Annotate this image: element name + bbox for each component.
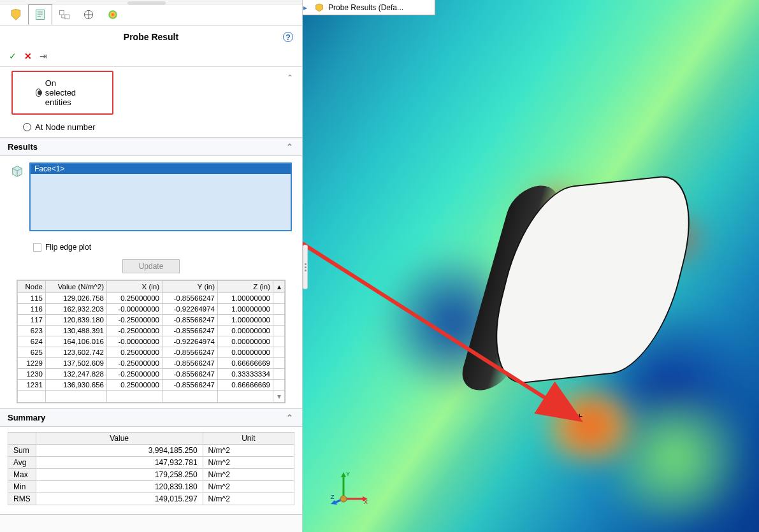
- cell-z: 0.33333334: [218, 369, 273, 380]
- section-title: Results: [8, 142, 38, 152]
- section-title: Summary: [8, 413, 45, 422]
- summary-value: 147,932.781: [36, 457, 203, 469]
- chevron-up-icon[interactable]: [286, 142, 293, 152]
- cell-node: 1230: [18, 369, 46, 380]
- summary-value: 3,994,185.250: [36, 445, 203, 457]
- cell-y: -0.92264974: [163, 304, 218, 315]
- cell-z: 0.00000000: [218, 347, 273, 358]
- highlighted-option-box: On selected entities: [11, 71, 113, 115]
- summary-label: Avg: [8, 457, 36, 469]
- svg-rect-5: [65, 15, 69, 19]
- list-item-face[interactable]: Face<1>: [31, 164, 291, 174]
- cell-y: -0.85566247: [163, 326, 218, 336]
- cell-y: -0.92264974: [163, 336, 218, 347]
- cell-x: 0.25000000: [107, 347, 163, 358]
- svg-text:Y: Y: [346, 471, 350, 477]
- cell-y: -0.85566247: [163, 380, 218, 391]
- selection-listbox[interactable]: Face<1>: [29, 162, 292, 231]
- cell-z: 0.66666669: [218, 358, 273, 369]
- summary-section-header[interactable]: Summary: [0, 408, 302, 427]
- col-z[interactable]: Z (in): [218, 281, 273, 293]
- scroll-down-icon[interactable]: ▾: [273, 391, 285, 403]
- table-row[interactable]: 115129,026.7580.25000000-0.855662471.000…: [18, 293, 285, 304]
- feature-manager-tab[interactable]: [4, 4, 28, 25]
- cell-value: 136,930.656: [46, 380, 107, 391]
- checkbox-label: Flip edge plot: [45, 243, 91, 252]
- chevron-up-icon[interactable]: [286, 413, 293, 422]
- table-row[interactable]: 116162,932.203-0.00000000-0.922649741.00…: [18, 304, 285, 315]
- cell-value: 162,932.203: [46, 304, 107, 315]
- col-value[interactable]: Value (N/m^2): [46, 281, 107, 293]
- node-table-wrap: Node Value (N/m^2) X (in) Y (in) Z (in) …: [17, 280, 286, 403]
- flip-edge-plot-checkbox[interactable]: Flip edge plot: [33, 243, 292, 252]
- col-y[interactable]: Y (in): [163, 281, 218, 293]
- node-results-table[interactable]: Node Value (N/m^2) X (in) Y (in) Z (in) …: [17, 280, 285, 403]
- cell-y: -0.85566247: [163, 293, 218, 304]
- update-button[interactable]: Update: [122, 259, 180, 273]
- scroll-up-icon[interactable]: ▴: [273, 281, 285, 293]
- viewport-tab[interactable]: Probe Results (Defa...: [308, 0, 435, 15]
- simulation-viewport[interactable]: + + X Y Z: [303, 0, 759, 532]
- results-section-header[interactable]: Results: [0, 138, 302, 156]
- panel-splitter[interactable]: [303, 245, 308, 289]
- summary-row: Max179,258.250N/m^2: [8, 469, 294, 481]
- table-row[interactable]: 1231136,930.6560.25000000-0.855662470.66…: [18, 380, 285, 391]
- results-body: Face<1> Flip edge plot Update Node Value…: [0, 156, 302, 408]
- cell-node: 624: [18, 336, 46, 347]
- options-section: On selected entities At Node number: [0, 67, 302, 138]
- cell-value: 123,602.742: [46, 347, 107, 358]
- svg-point-11: [108, 11, 117, 19]
- radio-label: At Node number: [35, 122, 96, 132]
- svg-rect-4: [60, 11, 64, 15]
- display-manager-tab[interactable]: [101, 4, 125, 25]
- cell-node: 117: [18, 315, 46, 326]
- panel-title-row: Probe Result ?: [0, 25, 302, 48]
- svg-point-23: [340, 496, 347, 502]
- cell-x: 0.25000000: [107, 293, 163, 304]
- help-icon[interactable]: ?: [283, 32, 293, 42]
- summary-unit: N/m^2: [203, 445, 294, 457]
- summary-unit: N/m^2: [203, 469, 294, 481]
- cell-y: -0.85566247: [163, 347, 218, 358]
- cell-y: -0.85566247: [163, 315, 218, 326]
- cell-value: 132,247.828: [46, 369, 107, 380]
- cell-x: -0.25000000: [107, 358, 163, 369]
- cell-node: 623: [18, 326, 46, 336]
- cell-value: 130,488.391: [46, 326, 107, 336]
- col-node[interactable]: Node: [18, 281, 46, 293]
- summary-row: Min120,839.180N/m^2: [8, 481, 294, 493]
- dimxpert-tab[interactable]: [76, 4, 101, 25]
- cell-value: 164,106.016: [46, 336, 107, 347]
- summary-row: Sum3,994,185.250N/m^2: [8, 445, 294, 457]
- configuration-manager-tab[interactable]: [52, 4, 76, 25]
- cell-y: -0.85566247: [163, 369, 218, 380]
- summary-row: Avg147,932.781N/m^2: [8, 457, 294, 469]
- tab-expand-arrow[interactable]: ▸: [303, 0, 308, 15]
- table-row[interactable]: 624164,106.016-0.00000000-0.922649740.00…: [18, 336, 285, 347]
- radio-unselected-icon: [23, 123, 31, 131]
- tab-title: Probe Results (Defa...: [328, 3, 403, 12]
- coordinate-triad-icon[interactable]: X Y Z: [331, 468, 369, 507]
- ok-button[interactable]: ✓: [9, 51, 17, 61]
- col-x[interactable]: X (in): [107, 281, 163, 293]
- table-row[interactable]: 117120,839.180-0.25000000-0.855662471.00…: [18, 315, 285, 326]
- property-manager-tab[interactable]: [28, 4, 52, 25]
- table-row[interactable]: 1230132,247.828-0.25000000-0.855662470.3…: [18, 369, 285, 380]
- cell-x: 0.25000000: [107, 380, 163, 391]
- panel-tab-bar: [0, 4, 302, 25]
- cell-x: -0.25000000: [107, 315, 163, 326]
- pin-button[interactable]: ⇥: [40, 51, 47, 61]
- cancel-button[interactable]: ✕: [24, 51, 32, 61]
- cell-x: -0.25000000: [107, 369, 163, 380]
- radio-on-selected-entities[interactable]: On selected entities: [36, 78, 89, 107]
- chevron-up-icon[interactable]: [287, 73, 293, 82]
- face-selection-icon[interactable]: [10, 164, 24, 178]
- table-row[interactable]: 623130,488.391-0.25000000-0.855662470.00…: [18, 326, 285, 336]
- table-row[interactable]: 625123,602.7420.25000000-0.855662470.000…: [18, 347, 285, 358]
- col-unit: Unit: [203, 433, 294, 445]
- radio-selected-icon: [36, 89, 41, 97]
- summary-unit: N/m^2: [203, 481, 294, 493]
- table-row[interactable]: 1229137,502.609-0.25000000-0.855662470.6…: [18, 358, 285, 369]
- summary-label: Max: [8, 469, 36, 481]
- radio-at-node-number[interactable]: At Node number: [23, 122, 302, 132]
